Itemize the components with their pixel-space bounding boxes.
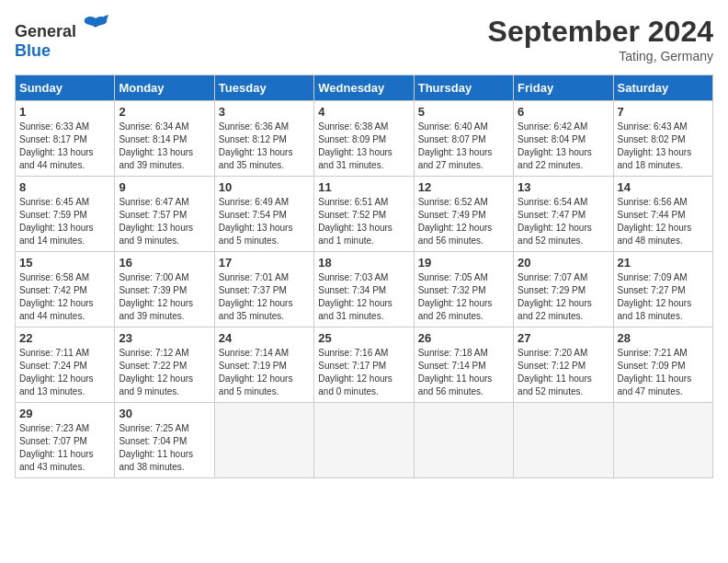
page-header: General Blue September 2024 Tating, Germ… [15, 15, 713, 63]
day-cell: 18Sunrise: 7:03 AMSunset: 7:34 PMDayligh… [314, 252, 414, 327]
day-number: 30 [119, 407, 210, 420]
day-cell: 25Sunrise: 7:16 AMSunset: 7:17 PMDayligh… [314, 327, 414, 403]
title-area: September 2024 Tating, Germany [488, 15, 713, 63]
day-number: 22 [19, 331, 110, 345]
week-row-3: 15Sunrise: 6:58 AMSunset: 7:42 PMDayligh… [16, 252, 713, 327]
day-cell: 4Sunrise: 6:38 AMSunset: 8:09 PMDaylight… [314, 101, 414, 177]
day-cell: 21Sunrise: 7:09 AMSunset: 7:27 PMDayligh… [613, 252, 712, 327]
header-monday: Monday [115, 75, 214, 101]
day-number: 2 [119, 105, 210, 119]
week-row-1: 1Sunrise: 6:33 AMSunset: 8:17 PMDaylight… [16, 101, 713, 177]
cell-info: Sunrise: 7:20 AMSunset: 7:12 PMDaylight:… [518, 347, 609, 398]
month-title: September 2024 [488, 15, 713, 49]
logo-text: General Blue [15, 15, 108, 61]
cell-info: Sunrise: 7:21 AMSunset: 7:09 PMDaylight:… [618, 347, 709, 398]
cell-info: Sunrise: 6:45 AMSunset: 7:59 PMDaylight:… [19, 196, 110, 247]
cell-info: Sunrise: 7:14 AMSunset: 7:19 PMDaylight:… [219, 347, 310, 398]
day-number: 9 [119, 180, 210, 194]
day-cell: 2Sunrise: 6:34 AMSunset: 8:14 PMDaylight… [115, 101, 214, 177]
logo: General Blue [15, 15, 108, 61]
day-cell: 16Sunrise: 7:00 AMSunset: 7:39 PMDayligh… [115, 252, 214, 327]
cell-info: Sunrise: 6:47 AMSunset: 7:57 PMDaylight:… [119, 196, 210, 247]
cell-info: Sunrise: 6:51 AMSunset: 7:52 PMDaylight:… [318, 196, 409, 247]
day-cell: 13Sunrise: 6:54 AMSunset: 7:47 PMDayligh… [514, 177, 613, 252]
cell-info: Sunrise: 7:18 AMSunset: 7:14 PMDaylight:… [418, 347, 509, 398]
day-cell: 23Sunrise: 7:12 AMSunset: 7:22 PMDayligh… [115, 327, 214, 403]
day-cell: 26Sunrise: 7:18 AMSunset: 7:14 PMDayligh… [414, 327, 513, 403]
day-cell: 15Sunrise: 6:58 AMSunset: 7:42 PMDayligh… [16, 252, 115, 327]
header-saturday: Saturday [613, 75, 712, 101]
day-cell [314, 403, 414, 478]
cell-info: Sunrise: 7:12 AMSunset: 7:22 PMDaylight:… [119, 347, 210, 398]
header-thursday: Thursday [414, 75, 513, 101]
week-row-5: 29Sunrise: 7:23 AMSunset: 7:07 PMDayligh… [16, 403, 713, 478]
cell-info: Sunrise: 6:36 AMSunset: 8:12 PMDaylight:… [219, 121, 310, 172]
day-cell: 28Sunrise: 7:21 AMSunset: 7:09 PMDayligh… [613, 327, 712, 403]
day-number: 19 [418, 256, 509, 270]
day-cell [414, 403, 513, 478]
cell-info: Sunrise: 6:42 AMSunset: 8:04 PMDaylight:… [518, 121, 609, 172]
day-number: 1 [19, 105, 110, 119]
day-number: 5 [418, 105, 509, 119]
day-cell: 24Sunrise: 7:14 AMSunset: 7:19 PMDayligh… [214, 327, 313, 403]
day-number: 6 [518, 105, 609, 119]
cell-info: Sunrise: 6:34 AMSunset: 8:14 PMDaylight:… [119, 121, 210, 172]
day-cell: 30Sunrise: 7:25 AMSunset: 7:04 PMDayligh… [115, 403, 214, 478]
cell-info: Sunrise: 6:43 AMSunset: 8:02 PMDaylight:… [618, 121, 709, 172]
day-cell: 8Sunrise: 6:45 AMSunset: 7:59 PMDaylight… [16, 177, 115, 252]
day-cell [613, 403, 712, 478]
day-cell: 22Sunrise: 7:11 AMSunset: 7:24 PMDayligh… [16, 327, 115, 403]
cell-info: Sunrise: 6:58 AMSunset: 7:42 PMDaylight:… [19, 271, 110, 323]
header-tuesday: Tuesday [214, 75, 313, 101]
day-number: 29 [19, 407, 110, 420]
day-cell: 17Sunrise: 7:01 AMSunset: 7:37 PMDayligh… [214, 252, 313, 327]
cell-info: Sunrise: 6:54 AMSunset: 7:47 PMDaylight:… [518, 196, 609, 247]
day-cell: 6Sunrise: 6:42 AMSunset: 8:04 PMDaylight… [514, 101, 613, 177]
calendar-header-row: SundayMondayTuesdayWednesdayThursdayFrid… [16, 75, 713, 101]
day-number: 17 [219, 256, 310, 270]
day-number: 26 [418, 331, 509, 345]
day-cell: 5Sunrise: 6:40 AMSunset: 8:07 PMDaylight… [414, 101, 513, 177]
day-cell: 11Sunrise: 6:51 AMSunset: 7:52 PMDayligh… [314, 177, 414, 252]
day-cell: 10Sunrise: 6:49 AMSunset: 7:54 PMDayligh… [214, 177, 313, 252]
cell-info: Sunrise: 7:25 AMSunset: 7:04 PMDaylight:… [119, 422, 210, 474]
cell-info: Sunrise: 7:09 AMSunset: 7:27 PMDaylight:… [618, 271, 709, 323]
day-cell: 20Sunrise: 7:07 AMSunset: 7:29 PMDayligh… [514, 252, 613, 327]
day-cell: 29Sunrise: 7:23 AMSunset: 7:07 PMDayligh… [16, 403, 115, 478]
day-number: 13 [518, 180, 609, 194]
calendar-table: SundayMondayTuesdayWednesdayThursdayFrid… [15, 75, 713, 478]
day-cell: 12Sunrise: 6:52 AMSunset: 7:49 PMDayligh… [414, 177, 513, 252]
day-number: 14 [618, 180, 709, 194]
cell-info: Sunrise: 7:07 AMSunset: 7:29 PMDaylight:… [518, 271, 609, 323]
day-cell: 27Sunrise: 7:20 AMSunset: 7:12 PMDayligh… [514, 327, 613, 403]
day-number: 8 [19, 180, 110, 194]
day-number: 11 [318, 180, 409, 194]
logo-general: General [15, 22, 76, 40]
day-number: 16 [119, 256, 210, 270]
day-number: 23 [119, 331, 210, 345]
day-number: 28 [618, 331, 709, 345]
day-cell [214, 403, 313, 478]
day-cell: 14Sunrise: 6:56 AMSunset: 7:44 PMDayligh… [613, 177, 712, 252]
day-number: 21 [618, 256, 709, 270]
day-cell: 19Sunrise: 7:05 AMSunset: 7:32 PMDayligh… [414, 252, 513, 327]
day-cell: 9Sunrise: 6:47 AMSunset: 7:57 PMDaylight… [115, 177, 214, 252]
cell-info: Sunrise: 7:00 AMSunset: 7:39 PMDaylight:… [119, 271, 210, 323]
day-cell: 7Sunrise: 6:43 AMSunset: 8:02 PMDaylight… [613, 101, 712, 177]
day-cell [514, 403, 613, 478]
day-number: 10 [219, 180, 310, 194]
day-number: 27 [518, 331, 609, 345]
week-row-2: 8Sunrise: 6:45 AMSunset: 7:59 PMDaylight… [16, 177, 713, 252]
day-number: 25 [318, 331, 409, 345]
cell-info: Sunrise: 7:16 AMSunset: 7:17 PMDaylight:… [318, 347, 409, 398]
cell-info: Sunrise: 7:03 AMSunset: 7:34 PMDaylight:… [318, 271, 409, 323]
cell-info: Sunrise: 6:49 AMSunset: 7:54 PMDaylight:… [219, 196, 310, 247]
logo-blue: Blue [15, 41, 51, 60]
day-number: 4 [318, 105, 409, 119]
day-number: 18 [318, 256, 409, 270]
logo-bird-icon [83, 15, 108, 37]
day-number: 15 [19, 256, 110, 270]
cell-info: Sunrise: 6:52 AMSunset: 7:49 PMDaylight:… [418, 196, 509, 247]
cell-info: Sunrise: 6:40 AMSunset: 8:07 PMDaylight:… [418, 121, 509, 172]
day-number: 7 [618, 105, 709, 119]
